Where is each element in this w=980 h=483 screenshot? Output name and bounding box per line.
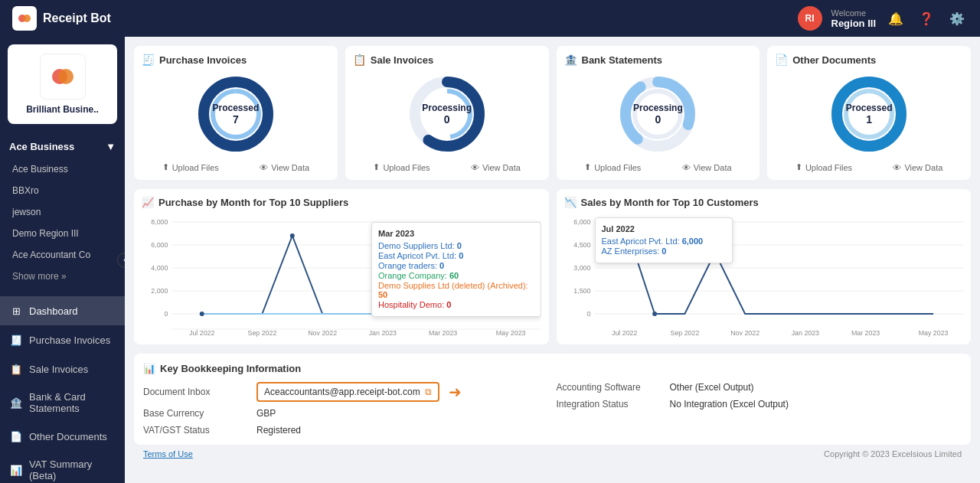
sidebar-item-purchase-invoices[interactable]: 🧾 Purchase Invoices xyxy=(0,325,125,354)
help-icon[interactable]: ❓ xyxy=(916,8,937,29)
sale-donut: Processing 0 xyxy=(353,72,541,156)
terms-link[interactable]: Terms of Use xyxy=(143,449,193,459)
bk-row-currency: Base Currency GBP xyxy=(143,408,549,419)
card-header: 📄 Other Documents xyxy=(775,54,963,66)
bk-software-label: Accounting Software xyxy=(557,382,664,393)
sale-upload-label: Upload Files xyxy=(383,163,430,172)
bookkeeping-icon: 📊 xyxy=(143,363,155,374)
other-view-btn[interactable]: 👁 View Data xyxy=(893,162,942,172)
svg-text:4,500: 4,500 xyxy=(573,241,590,249)
purchase-upload-label: Upload Files xyxy=(172,163,219,172)
bank-view-btn[interactable]: 👁 View Data xyxy=(682,162,732,172)
svg-text:May 2023: May 2023 xyxy=(918,329,948,337)
svg-text:Sep 2022: Sep 2022 xyxy=(248,329,277,337)
bk-integration-value: No Integration (Excel Output) xyxy=(670,399,789,410)
tooltip-item-3: Orange Company: 60 xyxy=(378,271,534,280)
other-upload-btn[interactable]: ⬆ Upload Files xyxy=(795,162,852,172)
purchase-count: 7 xyxy=(213,113,260,126)
bk-inbox-value[interactable]: Aceaccountants@app.receipt-bot.com ⧉ xyxy=(256,382,439,402)
other-view-icon: 👁 xyxy=(893,163,901,172)
sidebar-subitem-demo[interactable]: Demo Region III xyxy=(0,223,125,244)
sales-chart: 📉 Sales by Month for Top 10 Customers 6,… xyxy=(557,189,972,344)
welcome-label: Welcome xyxy=(831,8,877,18)
bank-count: 0 xyxy=(633,113,683,126)
card-header: 📋 Sale Invoices xyxy=(353,54,541,66)
sale-card-icon: 📋 xyxy=(353,54,366,66)
sidebar-show-more[interactable]: Show more » xyxy=(0,266,125,287)
main-content: 🧾 Purchase Invoices Processed 7 xyxy=(125,37,980,483)
svg-text:Jul 2022: Jul 2022 xyxy=(612,329,637,337)
svg-text:Jul 2022: Jul 2022 xyxy=(189,329,214,337)
svg-text:Sep 2022: Sep 2022 xyxy=(670,329,699,337)
sidebar-item-sale-invoices[interactable]: 📋 Sale Invoices xyxy=(0,354,125,383)
svg-text:0: 0 xyxy=(586,310,590,318)
dashboard-icon: ⊞ xyxy=(9,304,23,318)
app-header: Receipt Bot RI Welcome Region III 🔔 ❓ ⚙️ xyxy=(0,0,980,37)
bookkeeping-card: 📊 Key Bookkeeping Information Document I… xyxy=(134,354,971,445)
purchase-tooltip-title: Mar 2023 xyxy=(378,229,534,238)
purchase-status: Processed xyxy=(213,103,260,113)
bk-inbox-label: Document Inbox xyxy=(143,387,250,397)
sidebar-group-header[interactable]: Ace Business ▼ xyxy=(0,135,125,158)
purchase-chart-area: 8,000 6,000 4,000 2,000 0 Jul 2022 Sep 2… xyxy=(142,214,541,337)
svg-text:Nov 2022: Nov 2022 xyxy=(308,329,337,337)
copyright-text: Copyright © 2023 Excelsious Limited xyxy=(824,449,962,459)
bank-upload-btn[interactable]: ⬆ Upload Files xyxy=(584,162,641,172)
sale-view-btn[interactable]: 👁 View Data xyxy=(471,162,521,172)
other-status: Processed xyxy=(846,103,893,113)
sidebar-subitem-accountant[interactable]: Ace Accountant Co xyxy=(0,244,125,266)
purchase-chart-header: 📈 Purchase by Month for Top 10 Suppliers xyxy=(142,197,541,208)
bk-vat-value: Registered xyxy=(256,425,301,436)
sidebar-subitem-jewson[interactable]: jewson xyxy=(0,201,125,223)
bookkeeping-left: Document Inbox Aceaccountants@app.receip… xyxy=(143,382,549,436)
purchase-chart-icon: 📈 xyxy=(142,197,154,208)
svg-text:6,000: 6,000 xyxy=(573,218,590,226)
bank-view-label: View Data xyxy=(694,163,732,172)
sales-chart-title: Sales by Month for Top 10 Customers xyxy=(581,197,759,208)
sidebar-item-other-docs[interactable]: 📄 Other Documents xyxy=(0,422,125,451)
sales-chart-area: 6,000 4,500 3,000 1,500 0 Jul 2022 Sep 2… xyxy=(564,214,964,337)
sale-upload-icon: ⬆ xyxy=(373,162,380,172)
sales-tooltip-item-1: AZ Enterprises: 0 xyxy=(602,246,726,256)
bank-statements-card: 🏦 Bank Statements Processing 0 xyxy=(557,46,760,180)
sidebar-item-purchase-label: Purchase Invoices xyxy=(29,335,110,346)
logo-text: Receipt Bot xyxy=(43,11,111,25)
sidebar-item-other-label: Other Documents xyxy=(29,431,107,442)
sidebar-item-sale-label: Sale Invoices xyxy=(29,364,88,375)
other-docs-icon: 📄 xyxy=(9,429,23,443)
notification-icon[interactable]: 🔔 xyxy=(885,8,906,29)
settings-icon[interactable]: ⚙️ xyxy=(946,8,968,29)
tooltip-item-2: Orange traders: 0 xyxy=(378,261,534,270)
svg-point-2 xyxy=(23,15,31,22)
sidebar-subitem-bbxro[interactable]: BBXro xyxy=(0,180,125,201)
sidebar-item-dashboard[interactable]: ⊞ Dashboard xyxy=(0,296,125,325)
purchase-card-title: Purchase Invoices xyxy=(159,54,247,66)
other-card-icon: 📄 xyxy=(775,54,788,66)
svg-text:1,500: 1,500 xyxy=(573,287,590,295)
purchase-view-btn[interactable]: 👁 View Data xyxy=(260,162,309,172)
copy-icon[interactable]: ⧉ xyxy=(425,387,432,397)
sidebar-subitem-ace-business[interactable]: Ace Business xyxy=(0,158,125,180)
svg-text:May 2023: May 2023 xyxy=(496,329,526,337)
sales-chart-header: 📉 Sales by Month for Top 10 Customers xyxy=(564,197,964,208)
svg-text:Mar 2023: Mar 2023 xyxy=(429,329,457,337)
cards-row: 🧾 Purchase Invoices Processed 7 xyxy=(134,46,971,180)
bank-status: Processing xyxy=(633,103,683,113)
sidebar-item-vat-label: VAT Summary (Beta) xyxy=(29,459,116,481)
sale-invoices-icon: 📋 xyxy=(9,362,23,376)
svg-point-54 xyxy=(652,312,657,316)
sidebar-item-vat[interactable]: 📊 VAT Summary (Beta) xyxy=(0,451,125,483)
sale-upload-btn[interactable]: ⬆ Upload Files xyxy=(373,162,430,172)
svg-text:Nov 2022: Nov 2022 xyxy=(730,329,760,337)
bank-card-actions: ⬆ Upload Files 👁 View Data xyxy=(564,162,753,172)
svg-point-34 xyxy=(200,312,204,316)
sale-invoices-card: 📋 Sale Invoices Processing 0 xyxy=(345,46,549,180)
card-header: 🏦 Bank Statements xyxy=(564,54,753,66)
sidebar-item-bank[interactable]: 🏦 Bank & Card Statements xyxy=(0,383,125,422)
purchase-upload-btn[interactable]: ⬆ Upload Files xyxy=(162,162,219,172)
purchase-card-actions: ⬆ Upload Files 👁 View Data xyxy=(142,162,330,172)
tooltip-item-0: Demo Suppliers Ltd: 0 xyxy=(378,241,534,250)
bookkeeping-title: Key Bookkeeping Information xyxy=(160,363,301,374)
other-view-label: View Data xyxy=(904,163,942,172)
company-logo xyxy=(40,54,86,100)
